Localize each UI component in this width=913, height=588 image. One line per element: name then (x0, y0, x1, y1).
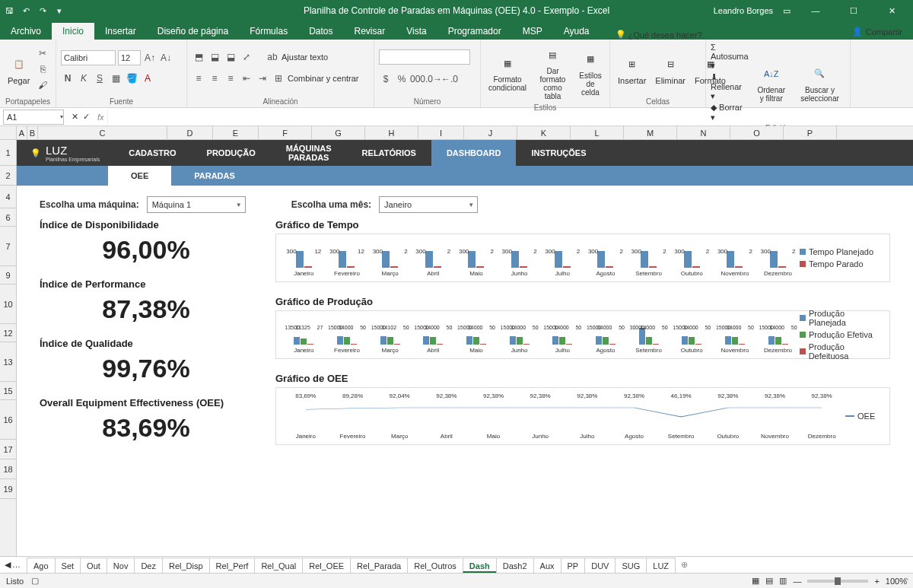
increase-font-icon[interactable]: A↑ (143, 51, 157, 65)
font-color-icon[interactable]: A (141, 72, 154, 85)
comma-icon[interactable]: 000 (411, 72, 425, 86)
col-header[interactable]: P (784, 126, 837, 139)
sheet-tab[interactable]: Dash2 (496, 558, 534, 573)
row-header[interactable]: 1 (0, 140, 16, 166)
fill-color-icon[interactable]: 🪣 (125, 72, 138, 85)
tab-scroll-left-icon[interactable]: ◀ (5, 560, 11, 570)
sheet-tab[interactable]: Dash (463, 558, 497, 573)
row-header[interactable]: 16 (0, 400, 16, 440)
insert-cells-button[interactable]: ⊞Insertar (615, 52, 649, 87)
nav-tab[interactable]: PRODUÇÃO (192, 140, 271, 166)
find-select-button[interactable]: 🔍Buscar y seleccionar (794, 62, 845, 104)
page-break-icon[interactable]: ▥ (779, 576, 787, 586)
align-bottom-icon[interactable]: ⬓ (224, 50, 237, 64)
bold-button[interactable]: N (61, 72, 75, 85)
menu-revisar[interactable]: Revisar (344, 23, 396, 40)
sheet-tab[interactable]: Rel_Outros (407, 558, 463, 573)
row-header[interactable]: 18 (0, 459, 16, 479)
indent-decrease-icon[interactable]: ⇤ (240, 72, 253, 85)
menu-programador[interactable]: Programador (437, 23, 512, 40)
nav-tab[interactable]: MÁQUINASPARADAS (271, 140, 347, 166)
align-left-icon[interactable]: ≡ (192, 72, 205, 85)
menu-vista[interactable]: Vista (396, 23, 437, 40)
align-right-icon[interactable]: ≡ (224, 72, 237, 85)
select-all-button[interactable] (0, 126, 17, 140)
save-icon[interactable]: 🖫 (3, 5, 15, 17)
nav-tab[interactable]: INSTRUÇÕES (516, 140, 601, 166)
row-header[interactable]: 2 (0, 166, 16, 186)
enter-formula-icon[interactable]: ✓ (83, 112, 90, 122)
sheet-tab[interactable]: LUZ (646, 558, 676, 573)
chart-tempo[interactable]: 30012Janeiro30012Fevereiro3002Março3002A… (275, 234, 890, 282)
cell-styles-button[interactable]: ▦Estilos de celda (576, 47, 605, 98)
col-header[interactable]: J (464, 126, 517, 139)
decrease-decimal-icon[interactable]: ←.0 (443, 72, 456, 86)
indent-increase-icon[interactable]: ⇥ (256, 72, 269, 85)
sheet-tab[interactable]: PP (561, 558, 586, 573)
nav-tab[interactable]: DASHBOARD (431, 140, 517, 166)
sheet-tab[interactable]: Rel_Disp (162, 558, 210, 573)
menu-archivo[interactable]: Archivo (0, 23, 52, 40)
menu-diseño de página[interactable]: Diseño de página (147, 23, 239, 40)
sheet-tab[interactable]: Rel_Perf (209, 558, 256, 573)
col-header[interactable]: L (571, 126, 624, 139)
align-center-icon[interactable]: ≡ (208, 72, 221, 85)
align-middle-icon[interactable]: ⬓ (208, 50, 221, 64)
menu-insertar[interactable]: Insertar (94, 23, 147, 40)
clear-button[interactable]: ◆ Borrar ▾ (711, 103, 749, 122)
collapse-ribbon-icon[interactable]: ⌃ (903, 577, 910, 586)
col-header[interactable]: O (730, 126, 784, 139)
nav-tab[interactable]: CADASTRO (113, 140, 191, 166)
wrap-text-icon[interactable]: ab (266, 50, 279, 64)
paste-button[interactable]: 📋 Pegar (5, 52, 33, 87)
close-button[interactable]: ✕ (876, 0, 907, 21)
col-header[interactable]: H (365, 126, 418, 139)
row-header[interactable]: 12 (0, 324, 16, 342)
menu-inicio[interactable]: Inicio (52, 23, 94, 40)
borders-icon[interactable]: ▦ (109, 72, 122, 85)
font-size-select[interactable] (118, 50, 141, 65)
menu-fórmulas[interactable]: Fórmulas (239, 23, 298, 40)
italic-button[interactable]: K (77, 72, 91, 85)
copy-icon[interactable]: ⎘ (36, 62, 49, 76)
row-header[interactable]: 4 (0, 186, 16, 208)
row-header[interactable]: 13 (0, 342, 16, 382)
format-painter-icon[interactable]: 🖌 (36, 78, 49, 92)
sheet-tab[interactable]: Nov (107, 558, 135, 573)
tell-me-search[interactable]: 💡 ¿Qué desea hacer? (616, 30, 702, 40)
wrap-text-label[interactable]: Ajustar texto (282, 52, 328, 62)
maximize-button[interactable]: ☐ (838, 0, 869, 21)
format-table-button[interactable]: ▤Dar formato como tabla (533, 43, 573, 102)
underline-button[interactable]: S (93, 72, 107, 85)
sheet-tab[interactable]: Rel_OEE (302, 558, 351, 573)
user-name[interactable]: Leandro Borges (714, 6, 773, 15)
merge-label[interactable]: Combinar y centrar (288, 74, 359, 83)
row-header[interactable]: 15 (0, 382, 16, 400)
sheet-tab[interactable]: DUV (584, 558, 616, 573)
cancel-formula-icon[interactable]: ✕ (72, 112, 78, 122)
zoom-out-icon[interactable]: — (793, 577, 801, 586)
ribbon-options-icon[interactable]: ▭ (781, 5, 793, 17)
row-header[interactable]: 6 (0, 208, 16, 227)
font-name-select[interactable] (61, 50, 116, 65)
sheet-tab[interactable]: SUG (615, 558, 647, 573)
undo-icon[interactable]: ↶ (20, 5, 32, 17)
col-header[interactable]: C (38, 126, 167, 139)
name-box[interactable]: A1▾ (3, 110, 64, 125)
fill-button[interactable]: ⬇ Rellenar ▾ (711, 72, 749, 101)
sort-filter-button[interactable]: A↓ZOrdenar y filtrar (752, 62, 791, 104)
sheet-tab[interactable]: Dez (134, 558, 163, 573)
menu-datos[interactable]: Datos (298, 23, 343, 40)
number-format-select[interactable] (379, 49, 470, 65)
sub-tab[interactable]: OEE (108, 166, 171, 186)
row-header[interactable]: 9 (0, 266, 16, 284)
sheet-tab[interactable]: Rel_Parada (350, 558, 408, 573)
menu-ayuda[interactable]: Ayuda (553, 23, 600, 40)
row-header[interactable]: 7 (0, 227, 16, 266)
macro-record-icon[interactable]: ▢ (31, 576, 39, 586)
share-button[interactable]: 👤 Compartir (841, 24, 913, 40)
col-header[interactable]: E (213, 126, 259, 139)
nav-tab[interactable]: RELATÓRIOS (347, 140, 431, 166)
zoom-slider[interactable] (807, 580, 868, 583)
sheet-tab[interactable]: Out (80, 558, 107, 573)
